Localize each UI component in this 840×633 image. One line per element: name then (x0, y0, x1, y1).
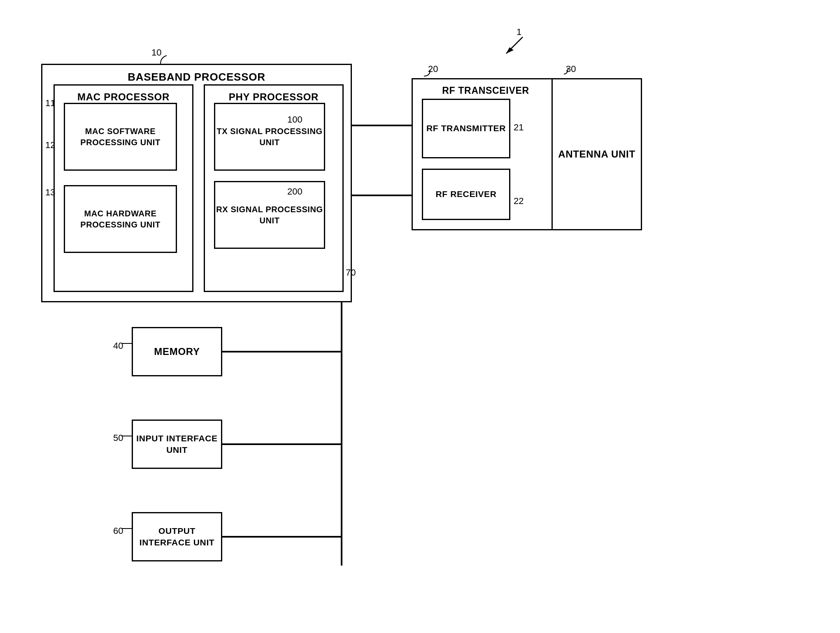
output-interface-box: OUTPUT INTERFACE UNIT (132, 512, 222, 561)
ref-10-label: 10 (151, 47, 161, 58)
memory-label: MEMORY (154, 345, 200, 358)
diagram: 1 10 BASEBAND PROCESSOR 11 MAC PROCESSOR… (0, 0, 840, 633)
ref-100-label: 100 (287, 114, 302, 125)
mac-hardware-label: MAC HARDWARE PROCESSING UNIT (65, 208, 176, 230)
ref-12-label: 12 (45, 140, 55, 151)
rf-receiver-label: RF RECEIVER (435, 188, 496, 200)
antenna-label: ANTENNA UNIT (558, 148, 635, 161)
ref-30-label: 30 (566, 64, 576, 74)
mac-hardware-box: MAC HARDWARE PROCESSING UNIT (64, 185, 177, 253)
ref-70-label: 70 (346, 267, 356, 278)
rf-transmitter-label: RF TRANSMITTER (426, 123, 506, 134)
output-interface-label: OUTPUT INTERFACE UNIT (133, 525, 221, 549)
tx-signal-label: TX SIGNAL PROCESSING UNIT (215, 126, 324, 148)
ref-22-label: 22 (514, 196, 524, 206)
rf-transmitter-box: RF TRANSMITTER (422, 99, 510, 158)
rf-transceiver-label: RF TRANSCEIVER (442, 84, 529, 97)
mac-software-box: MAC SOFTWARE PROCESSING UNIT (64, 103, 177, 171)
mac-software-label: MAC SOFTWARE PROCESSING UNIT (65, 126, 176, 148)
rf-receiver-box: RF RECEIVER (422, 169, 510, 220)
svg-marker-1 (506, 47, 514, 53)
mac-processor-label: MAC PROCESSOR (77, 90, 170, 104)
phy-processor-label: PHY PROCESSOR (229, 90, 319, 104)
rx-signal-label: RX SIGNAL PROCESSING UNIT (215, 204, 324, 226)
ref-40-label: 40 (113, 341, 123, 351)
memory-box: MEMORY (132, 327, 222, 376)
ref-60-label: 60 (113, 526, 123, 536)
ref-200-label: 200 (287, 186, 302, 197)
ref-1-label: 1 (517, 27, 521, 37)
ref-20-label: 20 (428, 64, 438, 74)
svg-line-0 (506, 37, 523, 53)
ref-50-label: 50 (113, 433, 123, 443)
input-interface-label: INPUT INTERFACE UNIT (133, 433, 221, 456)
input-interface-box: INPUT INTERFACE UNIT (132, 420, 222, 469)
ref-13-label: 13 (45, 187, 55, 198)
ref-21-label: 21 (514, 122, 524, 133)
antenna-box: ANTENNA UNIT (551, 78, 642, 230)
baseband-processor-label: BASEBAND PROCESSOR (128, 70, 265, 84)
tx-signal-box: TX SIGNAL PROCESSING UNIT (214, 103, 325, 171)
rx-signal-box: RX SIGNAL PROCESSING UNIT (214, 181, 325, 249)
